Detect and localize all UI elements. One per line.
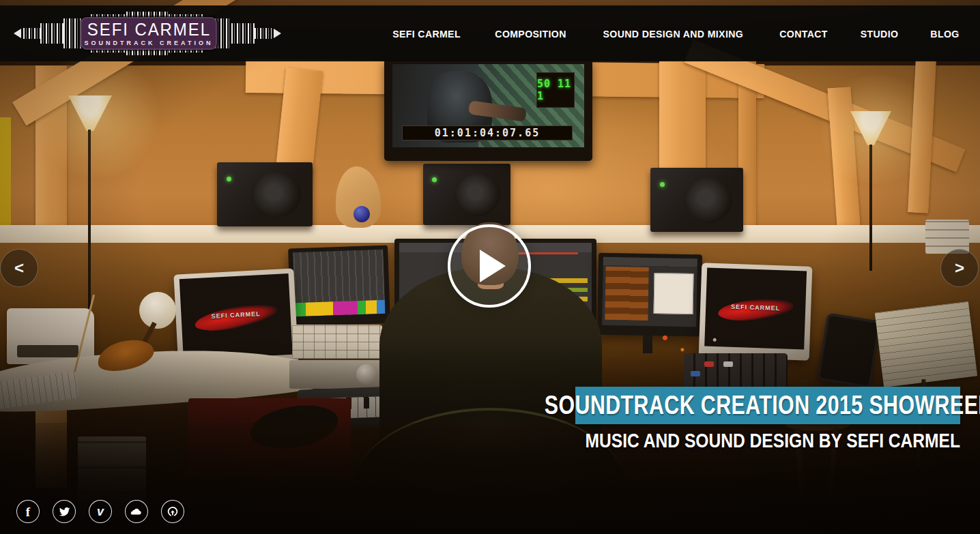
vimeo-icon[interactable]: v: [89, 500, 112, 523]
facebook-icon[interactable]: f: [16, 500, 40, 523]
main-nav: SEFI CARMEL COMPOSITION SOUND DESIGN AND…: [390, 5, 960, 61]
play-video-button[interactable]: [448, 224, 531, 308]
showreel-banner-title: SOUNDTRACK CREATION 2015 SHOWREEL: [545, 391, 980, 420]
soundcloud-icon[interactable]: [125, 500, 148, 523]
page: 01:01:04:07.65 50 11 1 SEFI CARMEL SEFI …: [0, 0, 980, 534]
logo-subtitle: SOUNDTRACK CREATION: [85, 40, 214, 46]
showreel-banner[interactable]: SOUNDTRACK CREATION 2015 SHOWREEL: [575, 387, 960, 424]
podcast-icon[interactable]: [161, 500, 184, 523]
waveform-arrow-left-icon: [14, 29, 21, 38]
chevron-right-icon: >: [955, 260, 964, 276]
site-logo[interactable]: SEFI CARMEL SOUNDTRACK CREATION: [14, 8, 281, 59]
showreel-subtitle: MUSIC AND SOUND DESIGN BY SEFI CARMEL: [482, 429, 960, 452]
carousel-prev-button[interactable]: <: [0, 249, 38, 287]
nav-sound-design-and-mixing[interactable]: SOUND DESIGN AND MIXING: [603, 28, 744, 40]
nav-blog[interactable]: BLOG: [930, 28, 959, 40]
carousel-next-button[interactable]: >: [940, 249, 979, 287]
nav-contact[interactable]: CONTACT: [779, 28, 828, 40]
chevron-left-icon: <: [14, 260, 24, 276]
play-icon: [480, 250, 506, 282]
nav-sefi-carmel[interactable]: SEFI CARMEL: [392, 28, 461, 40]
nav-studio[interactable]: STUDIO: [861, 28, 899, 40]
logo-plate: SEFI CARMEL SOUNDTRACK CREATION: [81, 17, 217, 50]
waveform-arrow-right-icon: [274, 29, 281, 38]
twitter-icon[interactable]: [53, 500, 76, 523]
nav-composition[interactable]: COMPOSITION: [495, 28, 566, 40]
social-links: f v: [16, 500, 184, 523]
site-header: SEFI CARMEL SOUNDTRACK CREATION SEFI CAR…: [0, 5, 980, 61]
logo-title: SEFI CARMEL: [87, 21, 210, 38]
